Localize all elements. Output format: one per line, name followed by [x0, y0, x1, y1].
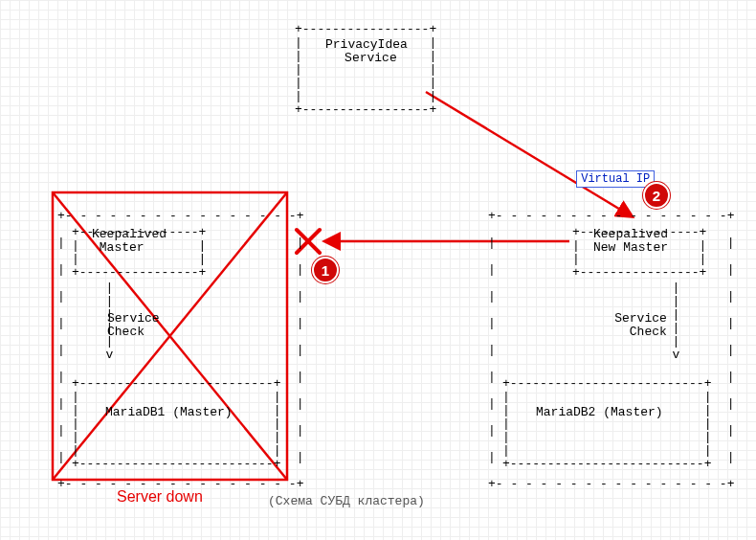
diagram-caption: (Схема СУБД кластера)	[268, 495, 425, 508]
right-service-check-label: Service Check	[609, 312, 667, 339]
badge-1: 1	[312, 257, 339, 283]
left-service-check-label: Service Check	[107, 312, 160, 339]
server-down-label: Server down	[117, 490, 203, 504]
right-keepalived-label: Keepalived New Master	[593, 228, 668, 255]
diagram-canvas: +-----------------+ | | | | | | | | | | …	[0, 0, 756, 540]
badge-2: 2	[643, 182, 670, 209]
virtual-ip-label: Virtual IP	[546, 159, 655, 199]
privacyidea-label: PrivacyIdea Service	[325, 38, 408, 65]
left-keepalived-label: Keepalived Master	[92, 228, 167, 255]
right-mariadb-label: MariaDB2 (Master)	[536, 406, 663, 419]
left-mariadb-label: MariaDB1 (Master)	[105, 406, 233, 419]
